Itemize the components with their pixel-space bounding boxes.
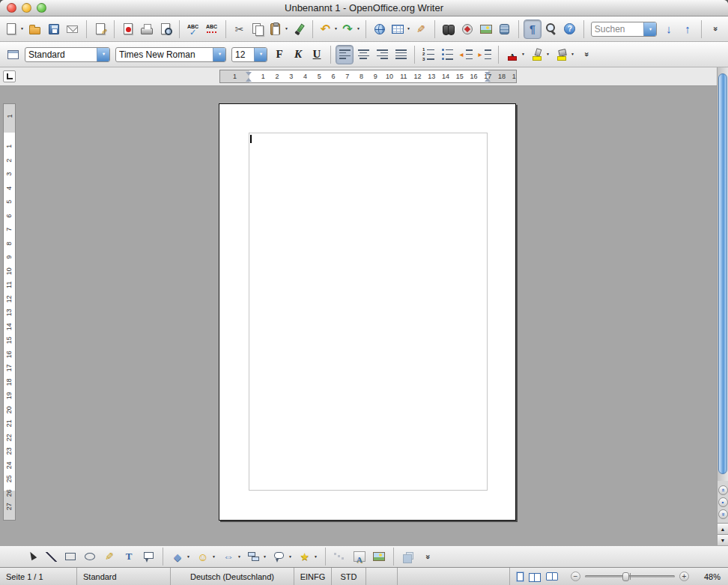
cut-button[interactable] [231, 19, 249, 39]
styles-window-button[interactable] [4, 45, 22, 64]
line-button[interactable] [42, 548, 60, 566]
decrease-indent-button[interactable] [457, 45, 475, 64]
highlighting-button[interactable] [528, 45, 552, 64]
indent-marker-left[interactable] [246, 72, 252, 82]
numbered-list-button[interactable] [419, 45, 437, 64]
find-previous-button[interactable] [679, 19, 697, 39]
email-button[interactable] [64, 19, 82, 39]
underline-button[interactable]: U [308, 45, 326, 64]
multi-page-view-button[interactable] [528, 572, 542, 582]
format-paintbrush-button[interactable] [290, 19, 308, 39]
italic-button[interactable]: K [289, 45, 307, 64]
book-view-button[interactable] [545, 572, 559, 581]
zoom-percentage[interactable]: 48% [695, 568, 728, 585]
search-dropdown-button[interactable] [643, 22, 656, 36]
basic-shapes-button[interactable] [169, 548, 192, 566]
toolbar-overflow-button[interactable] [706, 19, 724, 39]
font-name-input[interactable] [116, 48, 213, 61]
scrollbar-thumb[interactable] [718, 73, 727, 474]
font-name-combobox[interactable] [115, 47, 226, 62]
font-color-button[interactable] [503, 45, 527, 64]
tab-stop-selector[interactable] [3, 70, 16, 82]
freeform-line-button[interactable] [100, 548, 118, 566]
maximize-button[interactable] [37, 3, 46, 13]
previous-page-button[interactable] [718, 485, 728, 495]
show-draw-functions-button[interactable] [412, 19, 430, 39]
minimize-button[interactable] [22, 3, 31, 13]
toolbar-overflow-button[interactable] [577, 45, 595, 64]
zoom-out-button[interactable] [571, 572, 580, 581]
ellipse-button[interactable] [81, 548, 99, 566]
align-center-button[interactable] [354, 45, 372, 64]
undo-button[interactable] [318, 19, 339, 39]
document-area[interactable] [19, 86, 717, 545]
indent-marker-right[interactable] [485, 72, 491, 82]
horizontal-ruler[interactable]: 1 12345678910111213141516171819 [219, 70, 517, 83]
edit-file-button[interactable] [91, 19, 109, 39]
font-name-dropdown-button[interactable] [213, 48, 225, 61]
navigator-button[interactable] [458, 19, 476, 39]
export-pdf-button[interactable] [119, 19, 137, 39]
fontwork-gallery-button[interactable] [351, 548, 368, 566]
language-indicator[interactable]: Deutsch (Deutschland) [171, 568, 294, 585]
zoom-button[interactable] [542, 19, 560, 39]
select-button[interactable] [22, 548, 40, 566]
align-left-button[interactable] [336, 45, 354, 64]
zoom-slider[interactable] [585, 575, 675, 578]
justify-button[interactable] [392, 45, 410, 64]
close-button[interactable] [7, 3, 16, 13]
callout-button[interactable] [139, 548, 157, 566]
gallery-button[interactable] [477, 19, 495, 39]
search-combobox[interactable] [591, 22, 657, 37]
bold-button[interactable]: F [270, 45, 288, 64]
print-button[interactable] [138, 19, 156, 39]
help-button[interactable] [561, 19, 579, 39]
vertical-ruler[interactable]: 1 12345678910111213141516171819202122232… [3, 103, 16, 521]
background-color-button[interactable] [553, 45, 577, 64]
scroll-down-button[interactable] [718, 534, 728, 545]
toolbar-overflow-button[interactable] [419, 548, 437, 566]
signature-area[interactable] [366, 568, 398, 585]
save-button[interactable] [45, 19, 63, 39]
block-arrows-button[interactable] [219, 548, 243, 566]
zoom-slider-thumb[interactable] [622, 572, 629, 581]
insert-mode-indicator[interactable]: EINFG [294, 568, 332, 585]
scroll-up-button[interactable] [718, 523, 728, 534]
symbol-shapes-button[interactable] [194, 548, 218, 566]
search-input[interactable] [592, 22, 643, 36]
rectangle-button[interactable] [61, 548, 79, 566]
zoom-in-button[interactable] [679, 572, 689, 581]
redo-button[interactable] [340, 19, 362, 39]
paragraph-style-dropdown-button[interactable] [97, 48, 109, 61]
page-indicator[interactable]: Seite 1 / 1 [0, 568, 77, 585]
next-page-button[interactable] [718, 509, 728, 519]
callouts-button[interactable] [270, 548, 294, 566]
extrusion-button[interactable] [399, 548, 417, 566]
from-file-button[interactable] [370, 548, 388, 566]
autospellcheck-button[interactable] [203, 19, 221, 39]
insert-table-button[interactable] [389, 19, 411, 39]
font-size-combobox[interactable] [231, 47, 267, 62]
hyperlink-button[interactable] [371, 19, 389, 39]
font-size-input[interactable] [232, 48, 254, 61]
open-button[interactable] [26, 19, 44, 39]
edit-points-button[interactable] [331, 548, 349, 566]
copy-button[interactable] [249, 19, 267, 39]
single-page-view-button[interactable] [516, 572, 524, 582]
navigation-button[interactable] [718, 497, 728, 507]
page-preview-button[interactable] [157, 19, 175, 39]
find-next-button[interactable] [660, 19, 678, 39]
flowchart-button[interactable] [245, 548, 269, 566]
bullet-list-button[interactable] [438, 45, 456, 64]
titlebar[interactable]: Unbenannt 1 - OpenOffice.org Writer [0, 0, 728, 16]
align-right-button[interactable] [373, 45, 391, 64]
stars-button[interactable] [296, 548, 320, 566]
vertical-scrollbar[interactable] [717, 67, 728, 545]
new-document-button[interactable] [4, 19, 25, 39]
text-boundary[interactable] [249, 133, 488, 491]
spellcheck-button[interactable] [184, 19, 202, 39]
page[interactable] [219, 103, 516, 521]
data-sources-button[interactable] [496, 19, 514, 39]
formatting-marks-button[interactable] [524, 19, 542, 39]
increase-indent-button[interactable] [476, 45, 494, 64]
